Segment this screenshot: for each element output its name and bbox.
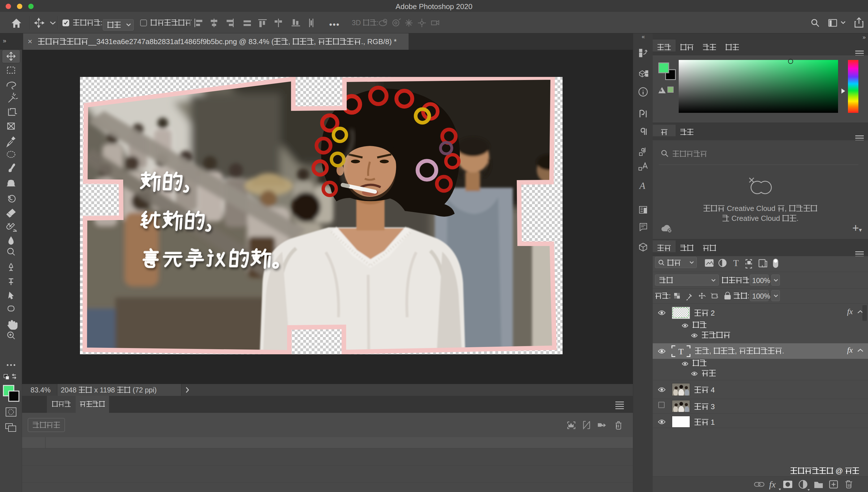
- svg-text:A: A: [639, 180, 646, 191]
- svg-text:fx: fx: [769, 479, 775, 489]
- svg-text:T: T: [678, 347, 683, 356]
- svg-text:T: T: [733, 258, 739, 268]
- svg-text:«: «: [642, 33, 645, 40]
